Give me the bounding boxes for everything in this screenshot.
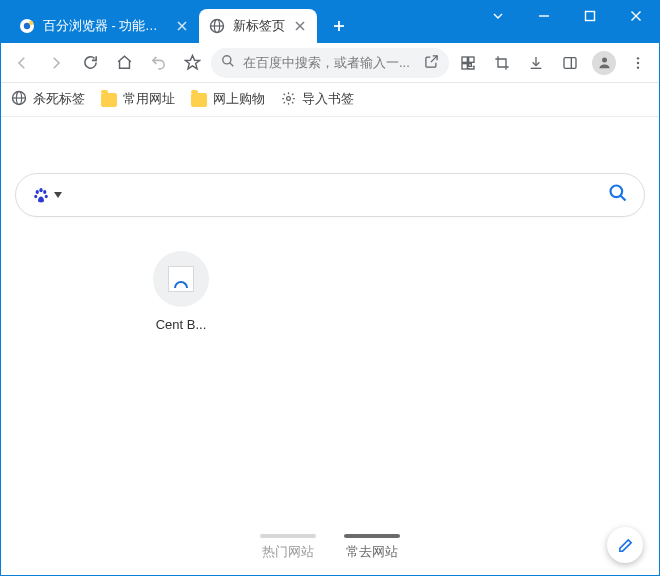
- svg-marker-38: [54, 192, 62, 198]
- tab-active[interactable]: 新标签页: [199, 9, 317, 43]
- chevron-down-icon: [54, 192, 62, 198]
- svg-point-17: [223, 56, 231, 64]
- svg-rect-23: [564, 57, 576, 68]
- folder-icon: [191, 93, 207, 107]
- bookmark-folder[interactable]: 网上购物: [191, 91, 265, 108]
- bookmark-label: 网上购物: [213, 91, 265, 108]
- customize-button[interactable]: [607, 527, 643, 563]
- bottom-tab-label: 常去网站: [346, 544, 398, 561]
- shortcut-thumbnail-icon: [168, 266, 194, 292]
- shortcut-label: Cent B...: [156, 317, 207, 332]
- svg-rect-13: [586, 12, 595, 21]
- bookmark-item[interactable]: 杀死标签: [11, 90, 85, 109]
- bookmark-folder[interactable]: 常用网址: [101, 91, 175, 108]
- new-tab-button[interactable]: [325, 12, 353, 40]
- folder-icon: [101, 93, 117, 107]
- back-button[interactable]: [7, 48, 37, 78]
- toolbar: 在百度中搜索，或者输入一...: [1, 43, 659, 83]
- undo-close-button[interactable]: [143, 48, 173, 78]
- globe-icon: [11, 90, 27, 109]
- tab-inactive[interactable]: 百分浏览器 - 功能介绍: [9, 9, 199, 43]
- shortcuts-grid: Cent B...: [131, 251, 231, 332]
- tab-favicon-icon: [209, 18, 225, 34]
- forward-button[interactable]: [41, 48, 71, 78]
- bookmark-label: 导入书签: [302, 91, 354, 108]
- svg-rect-21: [462, 63, 467, 68]
- title-bar: 百分浏览器 - 功能介绍 新标签页: [1, 1, 659, 43]
- tab-strip: 百分浏览器 - 功能介绍 新标签页: [1, 1, 475, 43]
- ntp-search-box[interactable]: [15, 173, 645, 217]
- svg-rect-20: [469, 57, 474, 62]
- svg-point-33: [36, 190, 39, 194]
- tab-indicator: [260, 534, 316, 538]
- svg-point-39: [611, 186, 623, 198]
- search-icon: [221, 54, 235, 71]
- bottom-tab-label: 热门网站: [262, 544, 314, 561]
- baidu-paw-icon: [32, 186, 50, 204]
- import-bookmarks-button[interactable]: 导入书签: [281, 91, 354, 109]
- svg-point-32: [287, 96, 291, 100]
- reload-button[interactable]: [75, 48, 105, 78]
- shortcut-icon: [153, 251, 209, 307]
- window-controls: [475, 1, 659, 43]
- svg-line-18: [230, 63, 234, 67]
- ntp-bottom-tabs: 热门网站 常去网站: [1, 534, 659, 561]
- window-maximize-button[interactable]: [567, 1, 613, 31]
- svg-point-2: [29, 21, 33, 25]
- home-button[interactable]: [109, 48, 139, 78]
- tab-indicator: [344, 534, 400, 538]
- menu-button[interactable]: [623, 48, 653, 78]
- address-bar-placeholder: 在百度中搜索，或者输入一...: [243, 54, 416, 72]
- window-dropdown-button[interactable]: [475, 1, 521, 31]
- tab-favicon-icon: [19, 18, 35, 34]
- svg-point-25: [602, 58, 607, 63]
- svg-point-28: [637, 66, 639, 68]
- svg-point-26: [637, 57, 639, 59]
- svg-point-34: [39, 188, 42, 192]
- address-bar[interactable]: 在百度中搜索，或者输入一...: [211, 48, 449, 78]
- bookmarks-bar: 杀死标签 常用网址 网上购物 导入书签: [1, 83, 659, 117]
- search-submit-icon[interactable]: [608, 183, 628, 207]
- tab-close-icon[interactable]: [293, 19, 307, 33]
- gear-icon: [281, 91, 296, 109]
- pencil-icon: [617, 537, 634, 554]
- bottom-tab-frequent[interactable]: 常去网站: [344, 534, 400, 561]
- crop-button[interactable]: [487, 48, 517, 78]
- downloads-button[interactable]: [521, 48, 551, 78]
- svg-marker-16: [185, 55, 199, 68]
- qr-button[interactable]: [453, 48, 483, 78]
- shortcut-tile[interactable]: Cent B...: [131, 251, 231, 332]
- window-close-button[interactable]: [613, 1, 659, 31]
- new-tab-content: Cent B... 热门网站 常去网站: [1, 117, 659, 576]
- tab-title: 新标签页: [233, 18, 285, 35]
- share-icon[interactable]: [424, 54, 439, 72]
- bookmark-button[interactable]: [177, 48, 207, 78]
- avatar-icon: [592, 51, 616, 75]
- profile-button[interactable]: [589, 48, 619, 78]
- tab-close-icon[interactable]: [175, 19, 189, 33]
- window-minimize-button[interactable]: [521, 1, 567, 31]
- bookmark-label: 常用网址: [123, 91, 175, 108]
- tab-title: 百分浏览器 - 功能介绍: [43, 18, 167, 35]
- search-engine-selector[interactable]: [32, 186, 62, 204]
- svg-point-37: [45, 195, 48, 199]
- bottom-tab-popular[interactable]: 热门网站: [260, 534, 316, 561]
- svg-point-36: [34, 195, 37, 199]
- svg-rect-19: [462, 57, 467, 62]
- bookmark-label: 杀死标签: [33, 91, 85, 108]
- sidepanel-button[interactable]: [555, 48, 585, 78]
- svg-point-27: [637, 61, 639, 63]
- svg-line-40: [621, 196, 626, 201]
- svg-point-35: [43, 190, 46, 194]
